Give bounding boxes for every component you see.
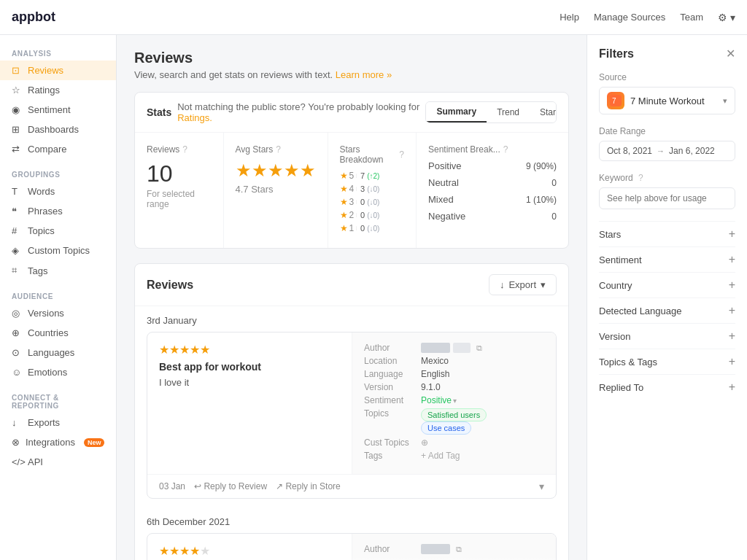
learn-more-link[interactable]: Learn more » — [336, 69, 392, 80]
meta-author-2: Author ⧉ — [364, 544, 544, 554]
sentiment-tooltip-icon[interactable]: ? — [503, 144, 508, 155]
sidebar-item-ratings[interactable]: ☆ Ratings — [0, 80, 116, 100]
filter-close-button[interactable]: ✕ — [726, 47, 735, 61]
breakdown-tooltip-icon[interactable]: ? — [399, 149, 404, 160]
expand-button[interactable]: ▾ — [539, 481, 544, 492]
sidebar-item-versions[interactable]: ◎ Versions — [0, 303, 116, 323]
sidebar-item-words[interactable]: T Words — [0, 182, 116, 201]
sentiment-rows: Positive 9 (90%) Neutral 0 Mixed — [428, 160, 557, 222]
keyword-tooltip-icon[interactable]: ? — [638, 173, 643, 183]
sidebar-item-custom-topics[interactable]: ◈ Custom Topics — [0, 241, 116, 260]
sentiment-value: Positive — [421, 395, 452, 405]
sidebar-item-topics[interactable]: # Topics — [0, 221, 116, 241]
stats-header: Stats Not matching the public store? You… — [135, 93, 568, 133]
sidebar-item-emotions[interactable]: ☺ Emotions — [0, 362, 116, 382]
date-start: Oct 8, 2021 — [607, 146, 652, 156]
ratings-link[interactable]: Ratings. — [177, 112, 212, 123]
sidebar-item-api[interactable]: </> API — [0, 452, 116, 472]
versions-icon: ◎ — [12, 308, 22, 319]
source-selector[interactable]: 7 7 Minute Workout ▾ — [599, 87, 735, 114]
tags-label: Tags — [364, 451, 415, 461]
sidebar-item-sentiment[interactable]: ◉ Sentiment — [0, 100, 116, 120]
meta-cust-topics: Cust Topics ⊕ — [364, 438, 544, 448]
avgstars-tooltip-icon[interactable]: ? — [276, 144, 281, 155]
author-value: ⧉ — [421, 343, 482, 353]
sentiment-arrow-icon: ▾ — [453, 397, 457, 405]
sidebar-languages-label: Languages — [28, 347, 74, 358]
filter-row-replied-to[interactable]: Replied To + — [599, 374, 735, 400]
exports-icon: ↓ — [12, 417, 22, 428]
help-link[interactable]: Help — [560, 12, 579, 23]
stats-reviews-title: Reviews ? — [147, 144, 212, 155]
reviews-sub: For selected range — [147, 189, 212, 209]
export-arrow: ▾ — [541, 279, 546, 290]
integrations-icon: ⊗ — [12, 437, 20, 448]
add-cust-topic-button[interactable]: ⊕ — [421, 438, 428, 448]
meta-language: Language English — [364, 369, 544, 379]
author-block-2 — [453, 343, 471, 353]
cust-topics-label: Cust Topics — [364, 438, 415, 448]
language-value: English — [421, 369, 449, 379]
gear-button[interactable]: ⚙ ▾ — [718, 12, 735, 23]
tab-summary[interactable]: Summary — [426, 102, 487, 122]
external-link-icon-2[interactable]: ⧉ — [456, 545, 462, 554]
store-link-icon: ↗ — [276, 481, 283, 491]
reply-to-review-link[interactable]: ↩ Reply to Review — [194, 481, 267, 491]
filter-row-detected-language[interactable]: Detected Language + — [599, 298, 735, 323]
topic-badge-2[interactable]: Use cases — [421, 421, 471, 435]
filter-row-version[interactable]: Version + — [599, 323, 735, 349]
sidebar-item-tags[interactable]: ⌗ Tags — [0, 260, 116, 281]
keyword-input[interactable] — [599, 187, 735, 209]
version-label: Version — [364, 382, 415, 392]
tab-trend[interactable]: Trend — [487, 102, 530, 122]
topic-badge-1[interactable]: Satisfied users — [421, 408, 487, 421]
add-tag-button[interactable]: + Add Tag — [421, 451, 460, 461]
date-range-picker[interactable]: Oct 8, 2021 → Jan 6, 2022 — [599, 141, 735, 161]
review-right-1: Author ⧉ Location Mexico — [352, 332, 556, 474]
sidebar-compare-label: Compare — [28, 144, 66, 155]
version-expand-icon: + — [729, 330, 735, 343]
sidebar-item-dashboards[interactable]: ⊞ Dashboards — [0, 120, 116, 139]
filter-row-topics-tags[interactable]: Topics & Tags + — [599, 349, 735, 374]
source-name: 7 Minute Workout — [630, 96, 717, 106]
api-icon: </> — [12, 456, 22, 467]
review-title-1: Best app for workout — [159, 361, 340, 373]
review-right-2: Author ⧉ — [352, 534, 556, 560]
sent-row-negative: Negative 0 — [428, 211, 557, 222]
sidebar-item-languages[interactable]: ⊙ Languages — [0, 343, 116, 362]
sentiment-expand-icon: + — [729, 253, 735, 266]
sidebar-item-countries[interactable]: ⊕ Countries — [0, 323, 116, 343]
tab-stars[interactable]: Stars — [530, 102, 557, 122]
reply-in-store-link[interactable]: ↗ Reply in Store — [276, 481, 341, 491]
team-link[interactable]: Team — [680, 12, 703, 23]
language-label: Language — [364, 369, 415, 379]
export-label: Export — [508, 279, 536, 290]
sentiment-dropdown[interactable]: Positive ▾ — [421, 395, 457, 405]
reviews-list-header: Reviews ↓ Export ▾ — [135, 264, 568, 306]
reply-icon: ↩ — [194, 481, 201, 491]
manage-sources-link[interactable]: Manage Sources — [594, 12, 665, 23]
export-button[interactable]: ↓ Export ▾ — [489, 274, 557, 295]
stats-breakdown-section: Stars Breakdown ? ★5 7 (↑2) ★4 3 (↓0) — [328, 133, 417, 248]
country-expand-icon: + — [729, 279, 735, 292]
sidebar-item-phrases[interactable]: ❝ Phrases — [0, 201, 116, 221]
sidebar-integrations-label: Integrations — [26, 437, 75, 448]
sent-row-mixed: Mixed 1 (10%) — [428, 194, 557, 205]
sidebar-item-integrations[interactable]: ⊗ Integrations New — [0, 432, 116, 452]
reviews-big-number: 10 — [147, 160, 212, 187]
filter-row-sentiment[interactable]: Sentiment + — [599, 246, 735, 272]
connect-section: CONNECT & REPORTING ↓ Exports ⊗ Integrat… — [0, 388, 116, 472]
sidebar-item-reviews[interactable]: ⊡ Reviews — [0, 61, 116, 80]
stats-avgstars-section: Avg Stars ? ★★★★★ 4.7 Stars — [224, 133, 328, 248]
external-link-icon[interactable]: ⧉ — [476, 343, 482, 353]
sidebar-item-compare[interactable]: ⇄ Compare — [0, 139, 116, 159]
review-card-2: ★★★★★ Author ⧉ — [147, 533, 557, 560]
filter-title: Filters ✕ — [599, 47, 735, 61]
source-label: Source — [599, 72, 735, 82]
sidebar-item-exports[interactable]: ↓ Exports — [0, 413, 116, 432]
reviews-tooltip-icon[interactable]: ? — [182, 144, 187, 155]
filter-row-stars[interactable]: Stars + — [599, 221, 735, 246]
reviews-icon: ⊡ — [12, 65, 22, 76]
filter-row-country[interactable]: Country + — [599, 272, 735, 298]
stats-header-left: Stats Not matching the public store? You… — [147, 101, 425, 123]
